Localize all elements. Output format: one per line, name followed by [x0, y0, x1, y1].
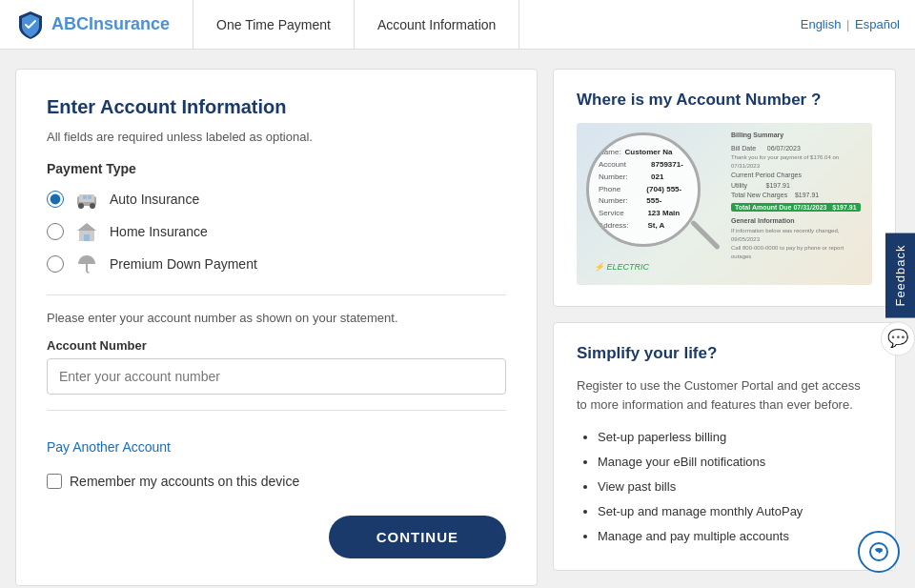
language-selector: English | Español [801, 17, 900, 31]
list-item: View past bills [598, 475, 872, 499]
required-note: All fields are required unless labeled a… [47, 130, 506, 144]
account-note: Please enter your account number as show… [47, 311, 506, 325]
simplify-description: Register to use the Customer Portal and … [577, 376, 872, 414]
radio-home-insurance[interactable]: Home Insurance [47, 220, 506, 243]
radio-home-label: Home Insurance [110, 224, 208, 239]
where-account-card: Where is my Account Number ? Name:Custom… [553, 69, 896, 307]
remember-label: Remember my accounts on this device [70, 474, 299, 489]
home-icon [73, 220, 100, 243]
umbrella-icon [73, 253, 100, 275]
left-panel: Enter Account Information All fields are… [15, 69, 538, 586]
chat-bubble[interactable] [858, 531, 900, 573]
where-account-title: Where is my Account Number ? [577, 91, 872, 110]
simplify-card: Simplify your life? Register to use the … [553, 322, 896, 571]
payment-type-label: Payment Type [47, 161, 506, 176]
simplify-title: Simplify your life? [577, 344, 872, 363]
statement-bg: Name:Customer Na Account Number:8759371-… [577, 123, 872, 285]
shield-icon [15, 10, 46, 40]
statement-billing: Billing Summary Bill Date 06/07/2023 Tha… [731, 131, 864, 261]
lang-separator: | [846, 17, 849, 31]
radio-auto-insurance[interactable]: Auto Insurance [47, 188, 506, 211]
list-item: Set-up and manage monthly AutoPay [598, 499, 872, 524]
radio-premium-label: Premium Down Payment [110, 256, 257, 272]
remember-checkbox[interactable] [47, 474, 62, 489]
svg-rect-4 [83, 195, 87, 199]
list-item: Manage your eBill notifications [598, 450, 872, 475]
statement-logo: ⚡ ELECTRIC [594, 262, 649, 272]
svg-point-3 [90, 203, 95, 209]
list-item: Set-up paperless billing [598, 425, 872, 450]
panel-title: Enter Account Information [47, 96, 506, 118]
radio-premium-input[interactable] [47, 255, 64, 273]
radio-premium[interactable]: Premium Down Payment [47, 253, 506, 275]
account-number-label: Account Number [47, 338, 506, 353]
lang-spanish[interactable]: Español [855, 17, 900, 31]
svg-point-2 [78, 203, 84, 209]
svg-rect-8 [84, 234, 90, 241]
divider-1 [47, 294, 506, 295]
tab-account-information[interactable]: Account Information [355, 0, 520, 50]
svg-marker-6 [77, 223, 96, 231]
feedback-panel: Feedback 💬 [881, 233, 915, 355]
main-content: Enter Account Information All fields are… [0, 50, 915, 588]
lang-english[interactable]: English [801, 17, 842, 31]
statement-magnifier: Name:Customer Na Account Number:8759371-… [586, 132, 701, 247]
logo[interactable]: ABCInsurance [15, 10, 170, 40]
radio-auto-label: Auto Insurance [110, 192, 199, 207]
radio-home-input[interactable] [47, 223, 64, 240]
magnifier-handle [690, 220, 721, 251]
account-number-input[interactable] [47, 358, 506, 395]
simplify-list: Set-up paperless billing Manage your eBi… [577, 425, 872, 549]
list-item: Manage and pay multiple accounts [598, 524, 872, 549]
logo-text: ABCInsurance [51, 14, 170, 34]
radio-auto-input[interactable] [47, 191, 64, 208]
divider-2 [47, 410, 506, 411]
right-panel: Where is my Account Number ? Name:Custom… [553, 69, 896, 586]
payment-type-group: Auto Insurance Home Insurance [47, 188, 506, 275]
nav-tabs: One Time Payment Account Information [193, 0, 519, 50]
continue-button[interactable]: CONTINUE [329, 516, 506, 558]
header: ABCInsurance One Time Payment Account In… [0, 0, 915, 50]
tab-one-time-payment[interactable]: One Time Payment [193, 0, 355, 50]
pay-another-link[interactable]: Pay Another Account [47, 439, 171, 455]
remember-row: Remember my accounts on this device [47, 474, 506, 489]
statement-preview: Name:Customer Na Account Number:8759371-… [577, 123, 872, 285]
feedback-chat-icon[interactable]: 💬 [881, 321, 915, 355]
auto-icon [73, 188, 100, 211]
svg-rect-5 [88, 195, 92, 199]
feedback-button[interactable]: Feedback [885, 233, 915, 317]
